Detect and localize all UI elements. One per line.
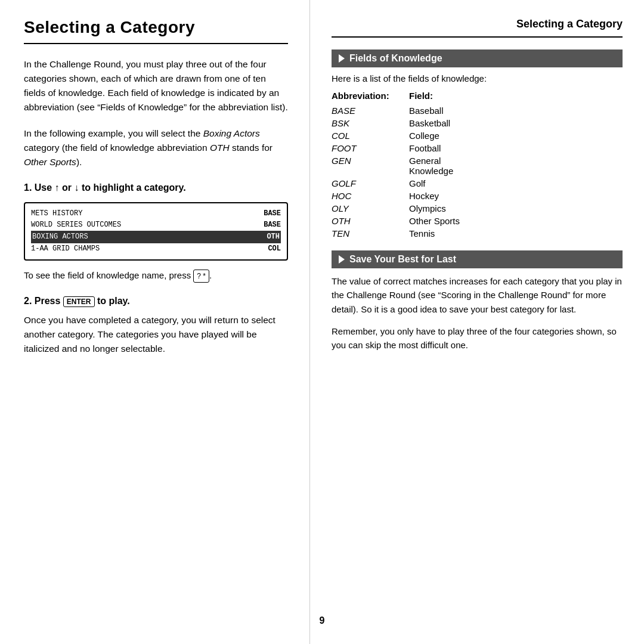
step2-heading: 2. Press ENTER to play. [24, 296, 288, 307]
field-name-8: Other Sports [409, 215, 623, 227]
game-abbrev-1: BASE [264, 208, 281, 219]
game-label-1: METS HISTORY [31, 208, 82, 219]
fields-table-row: GENGeneralKnowledge [332, 154, 623, 177]
left-title: Selecting a Category [24, 18, 288, 37]
left-divider [24, 43, 288, 44]
save-triangle-icon [339, 255, 345, 264]
field-abbrev-7: OLY [332, 202, 409, 215]
step1-heading: 1. Use ↑ or ↓ to highlight a category. [24, 181, 288, 194]
field-abbrev-8: OTH [332, 215, 409, 227]
page-number: 9 [320, 615, 325, 626]
field-name-4: GeneralKnowledge [409, 154, 623, 177]
game-label-4: 1-AA GRID CHAMPS [31, 243, 100, 255]
italic-boxing-actors: Boxing Actors [203, 128, 260, 138]
left-intro1: In the Challenge Round, you must play th… [24, 57, 288, 114]
fields-section-header: Fields of Knowledge [332, 49, 623, 67]
save-section: Save Your Best for Last The value of cor… [332, 250, 623, 352]
field-name-7: Olympics [409, 202, 623, 215]
save-section-header: Save Your Best for Last [332, 250, 623, 268]
left-column: Selecting a Category In the Challenge Ro… [0, 0, 310, 644]
field-abbrev-9: TEN [332, 227, 409, 240]
save-body2: Remember, you only have to play three of… [332, 324, 623, 352]
game-screen: METS HISTORY BASE WORLD SERIES OUTCOMES … [24, 202, 288, 261]
field-name-0: Baseball [409, 104, 623, 117]
game-label-2: WORLD SERIES OUTCOMES [31, 219, 121, 231]
game-label-3: BOXING ACTORS [32, 231, 88, 243]
fields-table-row: COLCollege [332, 129, 623, 142]
game-abbrev-2: BASE [264, 219, 281, 231]
fields-table: Abbreviation: Field: BASEBaseballBSKBask… [332, 89, 623, 240]
game-row-2: WORLD SERIES OUTCOMES BASE [31, 219, 281, 231]
italic-oth: OTH [210, 143, 230, 153]
fields-table-row: BSKBasketball [332, 117, 623, 129]
save-body1: The value of correct matches increases f… [332, 274, 623, 316]
triangle-icon [339, 54, 345, 63]
fields-table-row: BASEBaseball [332, 104, 623, 117]
field-abbrev-3: FOOT [332, 142, 409, 154]
fields-section-label: Fields of Knowledge [349, 53, 442, 64]
field-name-2: College [409, 129, 623, 142]
enter-key-button: ENTER [63, 296, 95, 307]
right-column: Selecting a Category Fields of Knowledge… [310, 0, 644, 644]
question-key-button: ? * [193, 270, 209, 283]
abbrev-col-header: Abbreviation: [332, 89, 409, 104]
game-row-3-highlighted: BOXING ACTORS OTH [31, 231, 281, 243]
field-abbrev-4: GEN [332, 154, 409, 177]
fields-table-row: HOCHockey [332, 190, 623, 202]
fields-table-row: OLYOlympics [332, 202, 623, 215]
game-abbrev-4: COL [268, 243, 281, 255]
field-name-3: Football [409, 142, 623, 154]
field-abbrev-5: GOLF [332, 177, 409, 190]
press-info-text: To see the field of knowledge name, pres… [24, 269, 288, 283]
right-title: Selecting a Category [332, 18, 623, 30]
fields-table-row: FOOTFootball [332, 142, 623, 154]
field-abbrev-6: HOC [332, 190, 409, 202]
field-col-header: Field: [409, 89, 623, 104]
field-name-6: Hockey [409, 190, 623, 202]
game-abbrev-3: OTH [267, 231, 280, 243]
fields-table-row: OTHOther Sports [332, 215, 623, 227]
field-name-1: Basketball [409, 117, 623, 129]
fields-intro: Here is a list of the fields of knowledg… [332, 73, 623, 83]
field-abbrev-1: BSK [332, 117, 409, 129]
italic-other-sports: Other Sports [24, 157, 76, 167]
field-name-9: Tennis [409, 227, 623, 240]
game-row-4: 1-AA GRID CHAMPS COL [31, 243, 281, 255]
game-row-1: METS HISTORY BASE [31, 208, 281, 219]
left-intro2: In the following example, you will selec… [24, 126, 288, 169]
field-name-5: Golf [409, 177, 623, 190]
fields-table-row: GOLFGolf [332, 177, 623, 190]
field-abbrev-0: BASE [332, 104, 409, 117]
field-abbrev-2: COL [332, 129, 409, 142]
right-divider [332, 36, 623, 38]
step2-body: Once you have completed a category, you … [24, 313, 288, 356]
save-section-label: Save Your Best for Last [349, 254, 456, 265]
fields-table-row: TENTennis [332, 227, 623, 240]
